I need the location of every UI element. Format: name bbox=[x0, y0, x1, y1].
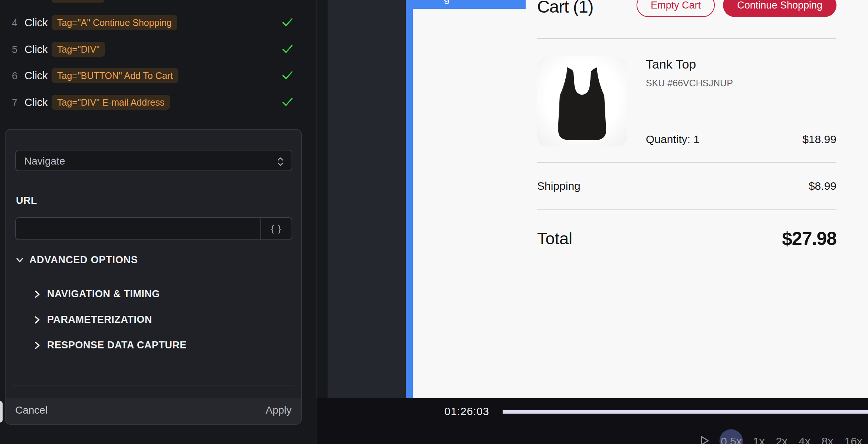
speed-option-0.5x[interactable]: 0.5x bbox=[721, 435, 742, 444]
url-field: { } bbox=[15, 217, 292, 240]
apply-button[interactable]: Apply bbox=[266, 404, 292, 416]
chevron-down-icon bbox=[15, 256, 24, 265]
step-action-label: Click bbox=[24, 43, 48, 56]
total-price: $27.98 bbox=[782, 228, 836, 249]
product-sku: SKU #66VCHSJNUP bbox=[646, 78, 733, 89]
product-image-tank-top bbox=[537, 56, 627, 146]
section-label: NAVIGATION & TIMING bbox=[47, 288, 160, 300]
cancel-button[interactable]: Cancel bbox=[15, 404, 47, 416]
cart-item-row: Tank Top SKU #66VCHSJNUP Quantity: 1 $18… bbox=[537, 56, 836, 146]
step-action-label: Click bbox=[24, 17, 48, 29]
step-action-label: Click bbox=[24, 96, 48, 109]
chevron-right-icon bbox=[33, 341, 41, 350]
step-success-check-icon bbox=[282, 17, 293, 29]
screen-edge-handle[interactable] bbox=[0, 401, 3, 423]
section-response-data-capture[interactable]: RESPONSE DATA CAPTURE bbox=[33, 339, 187, 351]
divider bbox=[537, 38, 836, 39]
shipping-row: Shipping $8.99 bbox=[537, 163, 836, 209]
chevron-right-icon bbox=[33, 315, 41, 324]
speed-option-2x[interactable]: 2x bbox=[776, 435, 788, 444]
step-success-check-icon bbox=[282, 97, 293, 108]
total-row: Total $27.98 bbox=[537, 210, 836, 249]
section-label: RESPONSE DATA CAPTURE bbox=[47, 339, 187, 351]
playback-bar: 01:26:03 0.5x 1x 2x 4x 8x 16x bbox=[316, 398, 868, 444]
step-row-7[interactable]: 7 Click Tag="DIV" E-mail Address bbox=[0, 93, 316, 111]
section-parameterization[interactable]: PARAMETERIZATION bbox=[33, 314, 152, 325]
insert-variable-button[interactable]: { } bbox=[260, 218, 292, 239]
empty-cart-button[interactable]: Empty Cart bbox=[637, 0, 715, 17]
cart-page: Cart (1) Empty Cart Continue Shopping Ta… bbox=[537, 0, 836, 249]
speed-option-4x[interactable]: 4x bbox=[799, 435, 811, 444]
shipping-price: $8.99 bbox=[809, 180, 836, 192]
test-steps-sidebar: 4 Click Tag="A" Continue Shopping 5 Clic… bbox=[0, 0, 316, 444]
cart-actions: Empty Cart Continue Shopping bbox=[637, 0, 836, 17]
total-label: Total bbox=[537, 229, 572, 248]
playback-progress-bar[interactable] bbox=[503, 410, 868, 414]
speed-option-8x[interactable]: 8x bbox=[822, 435, 834, 444]
advanced-options-toggle[interactable]: ADVANCED OPTIONS bbox=[15, 254, 138, 266]
product-details: Tank Top SKU #66VCHSJNUP Quantity: 1 $18… bbox=[646, 56, 836, 146]
step-action-label: Click bbox=[24, 70, 48, 82]
step-row-4[interactable]: 4 Click Tag="A" Continue Shopping bbox=[0, 14, 316, 32]
step-number: 6 bbox=[12, 70, 17, 82]
product-name: Tank Top bbox=[646, 57, 696, 72]
step-number: 5 bbox=[12, 44, 17, 56]
shipping-label: Shipping bbox=[537, 180, 581, 192]
step-selector-badge: Tag="A" Continue Shopping bbox=[52, 15, 177, 30]
panel-divider bbox=[13, 385, 294, 385]
step-selector-badge: Tag="DIV" E-mail Address bbox=[52, 95, 170, 110]
continue-shopping-button[interactable]: Continue Shopping bbox=[723, 0, 836, 17]
editor-footer: Cancel Apply bbox=[6, 398, 301, 424]
step-type-select[interactable]: Navigate bbox=[15, 150, 292, 171]
product-quantity-price-row: Quantity: 1 $18.99 bbox=[646, 133, 836, 146]
clipped-text-glyph: g bbox=[444, 0, 450, 4]
step-number: 7 bbox=[12, 97, 17, 109]
product-price: $18.99 bbox=[802, 133, 836, 146]
cart-header: Cart (1) Empty Cart Continue Shopping bbox=[537, 0, 836, 39]
speed-option-1x[interactable]: 1x bbox=[753, 435, 765, 444]
backdrop-shadow-strip bbox=[317, 0, 328, 398]
previous-step-badge-partial bbox=[52, 0, 105, 3]
app-window: 4 Click Tag="A" Continue Shopping 5 Clic… bbox=[0, 0, 868, 444]
select-updown-chevron-icon bbox=[277, 156, 284, 168]
playback-controls: 0.5x 1x 2x 4x 8x 16x bbox=[699, 432, 868, 444]
step-number: 4 bbox=[12, 17, 17, 29]
step-success-check-icon bbox=[282, 70, 293, 82]
step-selector-badge: Tag="DIV" bbox=[52, 42, 105, 57]
play-icon[interactable] bbox=[699, 435, 710, 444]
step-success-check-icon bbox=[282, 44, 293, 55]
playback-timestamp: 01:26:03 bbox=[444, 405, 489, 418]
step-row-6[interactable]: 6 Click Tag="BUTTON" Add To Cart bbox=[0, 67, 316, 85]
url-input[interactable] bbox=[16, 218, 261, 239]
section-label: PARAMETERIZATION bbox=[47, 314, 152, 325]
step-selector-badge: Tag="BUTTON" Add To Cart bbox=[52, 68, 178, 83]
chevron-right-icon bbox=[33, 290, 41, 299]
product-quantity: Quantity: 1 bbox=[646, 133, 700, 146]
step-type-selected-value: Navigate bbox=[24, 155, 65, 167]
section-navigation-timing[interactable]: NAVIGATION & TIMING bbox=[33, 288, 160, 300]
element-highlight-bar: g bbox=[406, 0, 526, 9]
step-editor-panel: Navigate URL { } ADVANCED OPTIONS bbox=[5, 129, 302, 425]
cart-title: Cart (1) bbox=[537, 0, 593, 17]
advanced-options-label: ADVANCED OPTIONS bbox=[29, 254, 138, 266]
speed-option-16x[interactable]: 16x bbox=[844, 435, 862, 444]
url-field-label: URL bbox=[16, 195, 37, 206]
step-row-5[interactable]: 5 Click Tag="DIV" bbox=[0, 40, 316, 58]
